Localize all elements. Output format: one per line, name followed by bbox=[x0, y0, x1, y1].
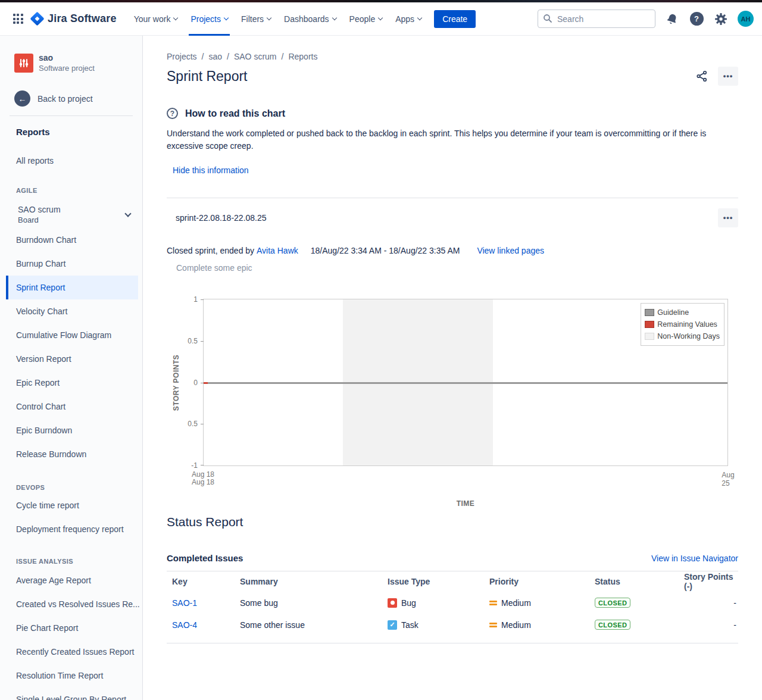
sidebar-report-item[interactable]: Cycle time report bbox=[0, 493, 142, 517]
hide-information-link[interactable]: Hide this information bbox=[173, 165, 249, 175]
project-type: Software project bbox=[39, 63, 95, 73]
sidebar-report-item[interactable]: Velocity Chart bbox=[0, 299, 142, 323]
share-button[interactable] bbox=[693, 67, 711, 85]
issue-key-link[interactable]: SAO-1 bbox=[172, 598, 197, 608]
sidebar-report-item[interactable]: Epic Burndown bbox=[0, 418, 142, 442]
jira-logo-icon bbox=[30, 11, 44, 26]
table-bottom-divider bbox=[167, 643, 738, 643]
topnav-item[interactable]: People bbox=[343, 2, 389, 36]
search-icon bbox=[543, 14, 552, 23]
topnav-item-label: Your work bbox=[134, 14, 171, 24]
task-icon bbox=[388, 620, 397, 630]
topnav-item-label: Dashboards bbox=[284, 14, 329, 24]
jira-logo-text: Jira Software bbox=[48, 12, 117, 25]
topnav-item[interactable]: Projects bbox=[184, 2, 235, 36]
sidebar-item-label: Single Level Group By Report bbox=[16, 695, 126, 700]
sprint-more-actions-button[interactable]: ••• bbox=[718, 208, 738, 227]
sprint-name: sprint-22.08.18-22.08.25 bbox=[167, 213, 267, 223]
back-to-project[interactable]: ← Back to project bbox=[0, 90, 142, 107]
breadcrumb-link[interactable]: SAO scrum bbox=[234, 52, 277, 61]
primary-nav: Your workProjectsFiltersDashboardsPeople… bbox=[127, 2, 428, 36]
sidebar-item-label: Control Chart bbox=[16, 402, 65, 411]
breadcrumb-link[interactable]: Reports bbox=[288, 52, 317, 61]
view-in-issue-navigator-link[interactable]: View in Issue Navigator bbox=[651, 554, 738, 563]
board-selector[interactable]: SAO scrum Board bbox=[0, 202, 142, 228]
sidebar-report-item[interactable]: Burnup Chart bbox=[0, 252, 142, 276]
topnav-item[interactable]: Dashboards bbox=[277, 2, 343, 36]
chevron-down-icon bbox=[173, 15, 178, 20]
agile-report-list: Burndown ChartBurnup ChartSprint ReportV… bbox=[0, 228, 142, 466]
breadcrumb-item: Projects/ bbox=[167, 52, 208, 61]
settings-button[interactable] bbox=[713, 11, 729, 27]
help-button[interactable]: ? bbox=[689, 11, 704, 27]
jira-logo[interactable]: Jira Software bbox=[32, 12, 117, 25]
notifications-button[interactable] bbox=[664, 11, 680, 27]
sidebar-report-item[interactable]: Epic Report bbox=[0, 371, 142, 395]
breadcrumb-item: SAO scrum/ bbox=[234, 52, 288, 61]
chart-plot-area: 1 0.5 0 0.5 -1 STORY POINTS Guideline Re… bbox=[203, 299, 728, 466]
sidebar-item-label: Burnup Chart bbox=[16, 259, 65, 268]
sidebar-item-all-reports[interactable]: All reports bbox=[0, 149, 142, 173]
sidebar-report-item[interactable]: Version Report bbox=[0, 347, 142, 371]
app-switcher-button[interactable] bbox=[8, 10, 27, 29]
table-row: SAO-4 Some other issue Task Medium CLOSE… bbox=[167, 614, 738, 636]
sidebar-item-label: Epic Burndown bbox=[16, 426, 72, 435]
project-header[interactable]: sao Software project bbox=[0, 53, 142, 73]
medium-priority-icon bbox=[489, 621, 497, 628]
topnav-item[interactable]: Apps bbox=[389, 2, 428, 36]
topnav-item[interactable]: Your work bbox=[127, 2, 185, 36]
issue-summary: Some bug bbox=[235, 598, 382, 608]
sidebar-report-item[interactable]: Average Age Report bbox=[0, 568, 142, 592]
user-avatar[interactable]: AH bbox=[738, 11, 754, 27]
sidebar-report-item[interactable]: Pie Chart Report bbox=[0, 616, 142, 640]
view-linked-pages-link[interactable]: View linked pages bbox=[477, 246, 544, 255]
sprint-date-range: 18/Aug/22 3:34 AM - 18/Aug/22 3:35 AM bbox=[311, 246, 460, 255]
topnav-item[interactable]: Filters bbox=[235, 2, 277, 36]
sidebar-report-item[interactable]: Burndown Chart bbox=[0, 228, 142, 252]
top-navigation-bar: Jira Software Your workProjectsFiltersDa… bbox=[0, 2, 762, 36]
column-header: Key bbox=[167, 577, 235, 586]
sidebar-report-item[interactable]: Deployment frequency report bbox=[0, 517, 142, 541]
issue-analysis-section-heading: ISSUE ANALYSIS bbox=[0, 558, 142, 565]
sidebar-report-item[interactable]: Release Burndown bbox=[0, 442, 142, 466]
status-report-title: Status Report bbox=[167, 515, 738, 529]
help-circle-icon: ? bbox=[167, 108, 178, 119]
question-mark-icon: ? bbox=[690, 12, 704, 26]
issue-key-link[interactable]: SAO-4 bbox=[172, 620, 197, 630]
completed-issues-table: KeySummaryIssue TypePriorityStatusStory … bbox=[167, 571, 738, 636]
sidebar-item-label: Created vs Resolved Issues Re... bbox=[16, 599, 140, 609]
sidebar-report-item[interactable]: Single Level Group By Report bbox=[0, 688, 142, 700]
column-header: Status bbox=[589, 577, 679, 586]
issue-type-label: Bug bbox=[401, 598, 416, 608]
search-input[interactable] bbox=[538, 10, 655, 28]
sidebar-report-item[interactable]: Created vs Resolved Issues Re... bbox=[0, 592, 142, 616]
sidebar-report-item[interactable]: Cumulative Flow Diagram bbox=[0, 323, 142, 347]
sidebar-divider bbox=[10, 115, 133, 116]
sidebar-item-label: Velocity Chart bbox=[16, 307, 67, 316]
board-title: SAO scrum bbox=[18, 204, 61, 215]
y-axis-tick-labels: 1 0.5 0 0.5 -1 bbox=[181, 299, 198, 465]
ended-by-user-link[interactable]: Avita Hawk bbox=[257, 246, 298, 255]
sidebar-report-item[interactable]: Sprint Report bbox=[6, 276, 138, 299]
gear-icon bbox=[714, 12, 727, 26]
page-more-actions-button[interactable]: ••• bbox=[718, 67, 738, 86]
x-axis-tick-labels: Aug 18Aug 18 Aug 25 bbox=[203, 466, 728, 486]
back-to-project-label: Back to project bbox=[38, 94, 93, 104]
sidebar-item-label: Release Burndown bbox=[16, 449, 86, 459]
section-divider bbox=[167, 198, 738, 198]
breadcrumb-item: Reports/ bbox=[288, 52, 317, 61]
breadcrumb-link[interactable]: sao bbox=[208, 52, 222, 61]
breadcrumb-link[interactable]: Projects bbox=[167, 52, 197, 61]
bell-icon bbox=[666, 12, 679, 26]
chevron-down-icon bbox=[224, 15, 229, 20]
sidebar-report-item[interactable]: Resolution Time Report bbox=[0, 664, 142, 688]
sidebar-item-label: Pie Chart Report bbox=[16, 623, 78, 633]
priority-label: Medium bbox=[501, 598, 531, 608]
sidebar-report-item[interactable]: Recently Created Issues Report bbox=[0, 640, 142, 664]
medium-priority-icon bbox=[489, 599, 497, 606]
sidebar-report-item[interactable]: Control Chart bbox=[0, 395, 142, 418]
devops-report-list: Cycle time reportDeployment frequency re… bbox=[0, 493, 142, 541]
create-button[interactable]: Create bbox=[434, 10, 476, 28]
project-name: sao bbox=[39, 53, 95, 63]
board-subtitle: Board bbox=[18, 215, 61, 226]
